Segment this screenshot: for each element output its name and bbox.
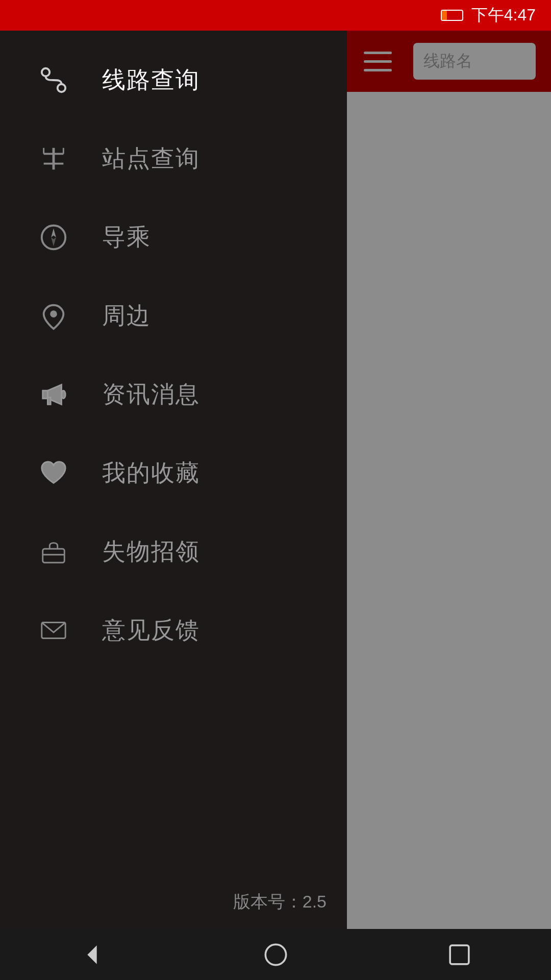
svg-point-0	[42, 68, 49, 76]
recent-button[interactable]	[429, 934, 490, 975]
svg-point-16	[265, 944, 286, 965]
version-text: 版本号：2.5	[233, 892, 327, 911]
home-button[interactable]	[245, 934, 306, 975]
sidebar-item-label-stop-query: 站点查询	[102, 143, 200, 175]
battery-icon	[441, 10, 463, 21]
sidebar-item-label-feedback: 意见反馈	[102, 615, 200, 646]
status-time: 下午4:47	[471, 4, 536, 27]
sidebar-item-guide[interactable]: 导乘	[0, 198, 347, 277]
status-bar-right: 下午4:47	[441, 4, 536, 27]
sidebar-item-stop-query[interactable]: 站点查询	[0, 119, 347, 198]
svg-rect-17	[450, 945, 469, 964]
sidebar-item-label-route-query: 线路查询	[102, 64, 200, 96]
sidebar-item-feedback[interactable]: 意见反馈	[0, 591, 347, 670]
heart-icon	[36, 455, 71, 491]
mail-icon	[36, 612, 71, 648]
main-layout: 线路查询 站点查询	[0, 31, 551, 929]
svg-rect-12	[43, 549, 65, 562]
drawer-menu: 线路查询 站点查询	[0, 31, 347, 875]
sidebar-item-label-favorites: 我的收藏	[102, 457, 200, 489]
briefcase-icon	[36, 534, 71, 570]
sidebar-item-news[interactable]: 资讯消息	[0, 355, 347, 434]
route-icon	[36, 62, 71, 98]
back-button[interactable]	[61, 934, 122, 975]
stop-icon	[36, 141, 71, 177]
sidebar-item-label-nearby: 周边	[102, 300, 151, 332]
drawer-overlay[interactable]	[347, 31, 551, 929]
battery-body	[441, 10, 463, 21]
location-icon	[36, 298, 71, 334]
svg-point-10	[50, 310, 57, 317]
svg-marker-9	[51, 237, 56, 246]
news-icon	[36, 377, 71, 412]
sidebar-item-nearby[interactable]: 周边	[0, 277, 347, 355]
sidebar-item-label-lost-found: 失物招领	[102, 536, 200, 568]
sidebar-item-lost-found[interactable]: 失物招领	[0, 512, 347, 591]
drawer-sidebar: 线路查询 站点查询	[0, 31, 347, 929]
sidebar-item-route-query[interactable]: 线路查询	[0, 41, 347, 119]
sidebar-item-label-guide: 导乘	[102, 222, 151, 253]
drawer-footer: 版本号：2.5	[0, 875, 347, 929]
svg-point-1	[58, 84, 65, 92]
svg-marker-8	[51, 229, 56, 237]
svg-marker-15	[87, 945, 96, 964]
battery-fill	[442, 11, 447, 20]
bottom-nav	[0, 929, 551, 980]
sidebar-item-label-news: 资讯消息	[102, 379, 200, 410]
sidebar-item-favorites[interactable]: 我的收藏	[0, 434, 347, 512]
compass-icon	[36, 219, 71, 255]
status-bar: 下午4:47	[0, 0, 551, 31]
svg-point-11	[61, 390, 65, 398]
